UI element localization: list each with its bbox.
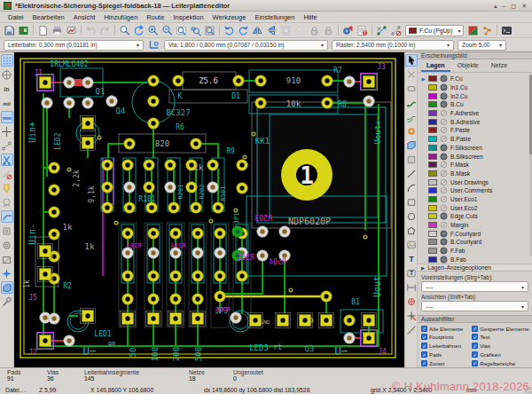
menu-hilfe[interactable]: Hilfe: [299, 12, 321, 22]
layer-color-swatch[interactable]: [428, 213, 437, 219]
layer-color-swatch[interactable]: [428, 154, 437, 160]
add-image-tool[interactable]: [405, 239, 418, 251]
units-mils-button[interactable]: mil: [1, 97, 13, 109]
refresh-button[interactable]: [132, 24, 145, 37]
layer-select[interactable]: F.Cu (PgUp)▾: [405, 25, 464, 36]
print-button[interactable]: [51, 24, 64, 37]
zoom-fit-button[interactable]: [175, 24, 188, 37]
layer-row-in2-cu[interactable]: In2.Cu: [419, 91, 532, 100]
layer-color-swatch[interactable]: [428, 248, 437, 254]
zoom-in-button[interactable]: [146, 24, 160, 37]
rotate-ccw-button[interactable]: [223, 24, 236, 37]
layer-hidden-icon[interactable]: [440, 118, 448, 126]
scripting-console-button[interactable]: [500, 24, 513, 37]
layer-visible-icon[interactable]: [440, 75, 448, 83]
diff-pair-tool[interactable]: [405, 111, 418, 123]
crosshair-cursor-button[interactable]: [1, 125, 13, 138]
layer-visible-icon[interactable]: [440, 144, 448, 152]
filter-footprints[interactable]: ✓Footprints: [421, 334, 472, 341]
layer-color-swatch[interactable]: [428, 231, 437, 237]
zone-fill-button[interactable]: [1, 281, 13, 294]
layer-color-swatch[interactable]: [428, 127, 437, 133]
layer-color-swatch[interactable]: [428, 179, 437, 185]
layer-visible-icon[interactable]: [440, 247, 448, 255]
flip-horizontal-button[interactable]: [251, 24, 264, 37]
layer-visible-icon[interactable]: [440, 92, 448, 100]
menu-ansicht[interactable]: Ansicht: [69, 12, 100, 22]
layer-row-edge-cuts[interactable]: Edge.Cuts: [419, 212, 532, 221]
filter-vias[interactable]: ✓Vias: [472, 343, 530, 350]
checkbox-checked-icon[interactable]: ✓: [472, 360, 478, 366]
layer-row-b-silkscreen[interactable]: B.Silkscreen: [419, 152, 532, 161]
layer-row-margin[interactable]: Margin: [419, 221, 532, 230]
maximize-button[interactable]: ◻: [511, 2, 516, 10]
filter-alle-elemente[interactable]: ✓Alle Elemente: [421, 325, 472, 332]
high-contrast-button[interactable]: [466, 24, 480, 37]
layer-row-in1-cu[interactable]: In1.Cu: [419, 83, 532, 92]
checkbox-checked-icon[interactable]: ✓: [472, 334, 478, 340]
layer-row-b-courtyard[interactable]: B.Courtyard: [419, 238, 532, 247]
local-ratsnest-tool[interactable]: [405, 68, 418, 81]
via-size-select[interactable]: Via: 1,800 / 0,800 mm (0,07087 / 0,03150…: [164, 40, 328, 51]
mirror-button[interactable]: [265, 24, 278, 37]
track-width-select[interactable]: Leiterbahn: 0,300 mm (0,01181 in) ▾: [4, 40, 144, 51]
menu-inspektion[interactable]: Inspektion: [168, 12, 207, 22]
redo-button[interactable]: [98, 24, 112, 37]
minimize-button[interactable]: –: [502, 2, 505, 10]
menu-datei[interactable]: Datei: [4, 12, 28, 22]
highlight-net-button[interactable]: [1, 182, 13, 194]
layer-hidden-icon[interactable]: [440, 169, 448, 177]
ratsnest-line-button[interactable]: [1, 139, 13, 152]
search-button[interactable]: [118, 24, 131, 37]
layer-hidden-icon[interactable]: [440, 195, 448, 203]
measure-tool[interactable]: [405, 324, 418, 336]
filter-grafiken[interactable]: ✓Grafiken: [472, 351, 530, 358]
layer-color-swatch[interactable]: [428, 101, 437, 107]
layer-row-user-eco2[interactable]: User.Eco2: [419, 203, 532, 212]
route-tracks-tool[interactable]: [405, 97, 418, 109]
tab-netze[interactable]: Netze: [486, 61, 512, 72]
grid-select[interactable]: Raster: 2,5400 mm (0,1000 in) ▾: [332, 40, 454, 51]
layer-row-b-adhesive[interactable]: B.Adhesive: [419, 117, 532, 126]
close-button[interactable]: ✕: [521, 2, 527, 10]
pad-outline-button[interactable]: [1, 225, 13, 237]
hide-ratsnest-toggle[interactable]: [1, 168, 13, 180]
layer-color-swatch[interactable]: [428, 119, 437, 125]
cross-probe-button[interactable]: [1, 267, 13, 280]
layer-visible-icon[interactable]: [440, 238, 448, 246]
filter-text[interactable]: ✓Text: [472, 334, 530, 341]
layer-row-b-mask[interactable]: B.Mask: [419, 169, 532, 178]
board-setup-button[interactable]: [17, 24, 30, 37]
layer-color-swatch[interactable]: [428, 75, 437, 82]
ghost-mode-button[interactable]: [1, 196, 13, 209]
layer-color-swatch[interactable]: [428, 93, 437, 99]
add-textbox-tool[interactable]: T: [405, 267, 418, 280]
rule-area-tool[interactable]: [405, 154, 418, 166]
layer-row-f-courtyard[interactable]: F.Courtyard: [419, 229, 532, 238]
menu-route[interactable]: Route: [142, 12, 168, 22]
filter-regelbereiche[interactable]: ✓Regelbereiche: [472, 359, 530, 366]
trim-tracks-button[interactable]: [1, 154, 13, 166]
layer-color-swatch[interactable]: [428, 187, 437, 193]
zoom-out-button[interactable]: [160, 24, 174, 37]
rotate-cw-button[interactable]: [237, 24, 250, 37]
plot-button[interactable]: [65, 24, 78, 37]
units-mm-button[interactable]: mm: [1, 111, 13, 123]
undo-button[interactable]: [84, 24, 98, 37]
layer-hidden-icon[interactable]: [440, 126, 448, 134]
unlock-button[interactable]: [322, 24, 335, 37]
layer-color-swatch[interactable]: [428, 205, 437, 211]
add-zone-tool[interactable]: [405, 139, 418, 152]
window-controls[interactable]: ▴–◻✕: [494, 2, 528, 10]
zoom-fit-objects-button[interactable]: [189, 24, 202, 37]
via-outline-button[interactable]: [1, 239, 13, 251]
layer-color-swatch[interactable]: [428, 222, 437, 228]
layer-visible-icon[interactable]: [440, 100, 448, 108]
layer-row-f-mask[interactable]: F.Mask: [419, 161, 532, 169]
layer-row-b-paste[interactable]: B.Paste: [419, 135, 532, 144]
layer-hidden-icon[interactable]: [440, 178, 448, 186]
net-color-button[interactable]: [481, 24, 494, 37]
hide-ratsnest-button[interactable]: [389, 24, 403, 37]
layer-color-swatch[interactable]: [428, 170, 437, 177]
layer-hidden-icon[interactable]: [440, 135, 448, 143]
